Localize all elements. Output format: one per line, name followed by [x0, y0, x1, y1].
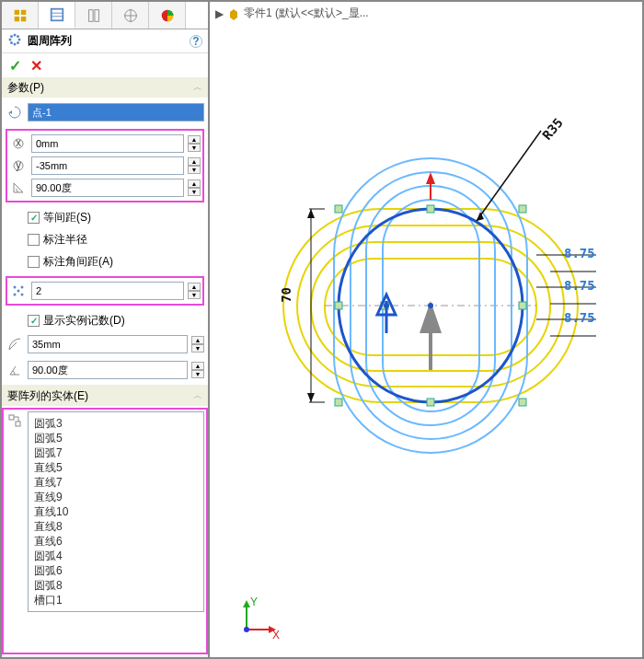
center-icon	[6, 105, 24, 120]
svg-rect-4	[94, 9, 98, 21]
svg-point-67	[244, 627, 249, 632]
list-item[interactable]: 圆弧3	[34, 416, 198, 431]
ok-cancel-bar: ✓ ✕	[2, 53, 208, 77]
part-icon	[227, 7, 240, 20]
svg-rect-42	[335, 302, 342, 309]
list-item[interactable]: 槽口1	[34, 593, 198, 607]
list-item[interactable]: 圆弧4	[34, 549, 198, 563]
angle-icon	[9, 180, 28, 195]
list-item[interactable]: 直线8	[34, 519, 198, 534]
list-item[interactable]: 直线6	[34, 534, 198, 549]
svg-point-11	[18, 39, 21, 41]
svg-point-13	[10, 35, 13, 38]
arc-angle-field[interactable]: 90.00度	[28, 361, 188, 379]
feature-title: 圆周阵列	[28, 33, 72, 49]
dim-70[interactable]: 70	[279, 287, 293, 303]
dim-radius-check[interactable]: 标注半径	[6, 230, 204, 249]
arc-angle-icon	[6, 363, 24, 377]
svg-point-25	[17, 290, 20, 293]
svg-rect-28	[16, 422, 20, 426]
chevron-up-icon: ︿	[193, 81, 202, 94]
svg-rect-27	[9, 415, 14, 420]
svg-point-21	[14, 286, 17, 289]
entities-icon	[6, 411, 24, 428]
svg-point-24	[21, 294, 24, 296]
instances-field[interactable]: 2	[31, 282, 184, 300]
svg-text:X: X	[272, 629, 280, 639]
svg-point-22	[21, 286, 24, 289]
tab-config[interactable]	[75, 2, 112, 29]
arrow-center-grey	[420, 301, 442, 370]
svg-rect-41	[519, 205, 526, 213]
entities-listbox[interactable]: 圆弧3圆弧5圆弧7直线5直线7直线9直线10直线8直线6圆弧4圆弧6圆弧8槽口1	[28, 411, 204, 612]
center-y-spinner[interactable]: ▲▼	[188, 157, 201, 174]
show-count-check[interactable]: ✓显示实例记数(D)	[6, 311, 204, 330]
instances-icon	[9, 283, 28, 298]
dim-angle-check[interactable]: 标注角间距(A)	[6, 252, 204, 271]
center-x-spinner[interactable]: ▲▼	[188, 135, 201, 152]
angle-field[interactable]: 90.00度	[31, 179, 184, 197]
chevron-up-icon: ︿	[193, 389, 202, 402]
breadcrumb[interactable]: ▶ 零件1 (默认<<默认>_显...	[215, 6, 369, 21]
svg-point-23	[14, 294, 17, 296]
svg-rect-44	[335, 399, 342, 406]
highlight-coords-angle: x 0mm ▲▼ y -35mm ▲▼ 90.00度 ▲▼	[6, 129, 204, 202]
highlight-instances: 2 ▲▼	[6, 276, 204, 306]
radius-spinner[interactable]: ▲▼	[191, 336, 204, 353]
svg-rect-0	[51, 8, 63, 20]
svg-rect-45	[427, 399, 434, 406]
svg-point-15	[10, 41, 13, 44]
list-item[interactable]: 圆弧5	[34, 431, 198, 445]
center-point-field[interactable]: 点-1	[28, 103, 204, 121]
list-item[interactable]: 圆弧6	[34, 563, 198, 578]
section-entities-header[interactable]: 要阵列的实体(E) ︿	[2, 386, 208, 406]
svg-point-10	[9, 39, 12, 41]
angle-spinner[interactable]: ▲▼	[188, 179, 201, 196]
equal-spacing-check[interactable]: ✓等间距(S)	[6, 208, 204, 226]
svg-rect-3	[88, 9, 93, 21]
svg-line-26	[9, 342, 17, 350]
circpattern-icon	[7, 32, 22, 50]
radius-field[interactable]: 35mm	[28, 335, 188, 353]
svg-text:Y: Y	[250, 595, 258, 608]
svg-point-9	[14, 34, 17, 37]
tab-dimxpert[interactable]	[112, 2, 149, 29]
radius-icon	[6, 337, 24, 352]
svg-point-52	[384, 303, 389, 308]
list-item[interactable]: 直线7	[34, 475, 198, 490]
svg-text:x: x	[16, 136, 21, 149]
section-parameters-header[interactable]: 参数(P) ︿	[2, 77, 208, 98]
tab-appearance[interactable]	[149, 2, 186, 29]
list-item[interactable]: 直线9	[34, 490, 198, 504]
dim-875-3[interactable]: 8.75	[564, 310, 595, 325]
list-item[interactable]: 圆弧8	[34, 578, 198, 593]
list-item[interactable]: 直线5	[34, 460, 198, 475]
tab-property-manager[interactable]	[39, 2, 75, 29]
svg-rect-43	[519, 302, 526, 309]
list-item[interactable]: 直线10	[34, 504, 198, 519]
svg-text:y: y	[16, 158, 21, 171]
tab-feature[interactable]	[2, 2, 39, 29]
svg-point-51	[428, 303, 433, 308]
feature-titlebar: 圆周阵列 ?	[2, 29, 208, 53]
help-icon[interactable]: ?	[190, 35, 202, 48]
svg-point-12	[14, 43, 17, 46]
cancel-button[interactable]: ✕	[30, 57, 42, 75]
svg-rect-40	[427, 205, 434, 213]
instances-spinner[interactable]: ▲▼	[188, 283, 201, 299]
dim-875-1[interactable]: 8.75	[564, 246, 595, 260]
graphics-area[interactable]: ▶ 零件1 (默认<<默认>_显...	[210, 2, 642, 657]
dim-875-2[interactable]: 8.75	[564, 278, 595, 293]
list-item[interactable]: 圆弧7	[34, 445, 198, 460]
center-y-field[interactable]: -35mm	[31, 156, 184, 175]
svg-rect-39	[335, 205, 342, 213]
arc-angle-spinner[interactable]: ▲▼	[191, 362, 204, 378]
ok-button[interactable]: ✓	[9, 57, 21, 75]
svg-rect-46	[519, 399, 526, 406]
highlight-entities: 圆弧3圆弧5圆弧7直线5直线7直线9直线10直线8直线6圆弧4圆弧6圆弧8槽口1	[2, 408, 208, 654]
view-triad[interactable]: Y X	[237, 593, 283, 639]
center-x-field[interactable]: 0mm	[31, 134, 184, 153]
svg-point-16	[17, 41, 19, 44]
center-y-icon: y	[9, 158, 28, 173]
property-tabbar	[2, 2, 208, 29]
